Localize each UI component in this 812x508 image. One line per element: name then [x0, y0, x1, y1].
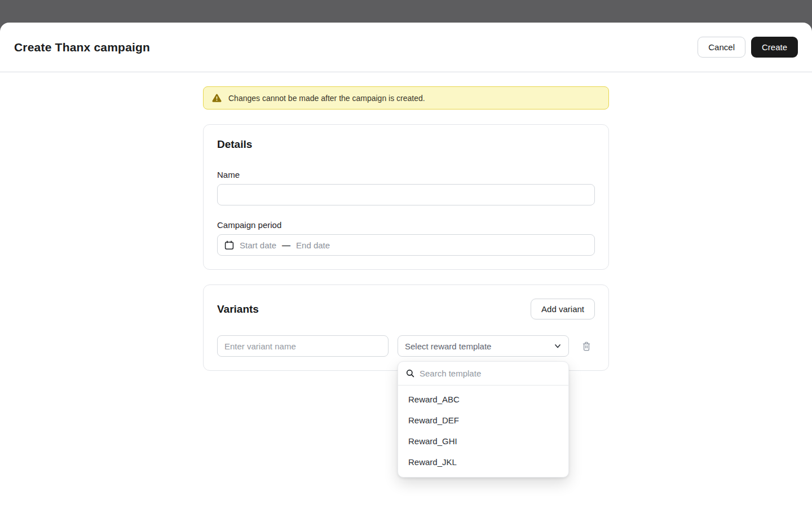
details-title: Details	[217, 138, 595, 151]
add-variant-button[interactable]: Add variant	[531, 299, 595, 319]
create-campaign-modal: Create Thanx campaign Cancel Create Chan…	[0, 23, 812, 508]
variants-title: Variants	[217, 303, 259, 316]
calendar-icon	[224, 240, 234, 250]
variant-name-input[interactable]	[217, 335, 389, 357]
warning-banner-text: Changes cannot be made after the campaig…	[228, 94, 425, 103]
page-title: Create Thanx campaign	[14, 41, 150, 54]
modal-header: Create Thanx campaign Cancel Create	[0, 23, 812, 72]
dropdown-option-reward-def[interactable]: Reward_DEF	[398, 410, 568, 431]
template-search-input[interactable]	[420, 369, 561, 378]
dropdown-option-reward-jkl[interactable]: Reward_JKL	[398, 452, 568, 472]
end-date-placeholder[interactable]: End date	[296, 240, 330, 250]
modal-content: Changes cannot be made after the campaig…	[203, 72, 609, 371]
name-field-group: Name	[217, 170, 595, 205]
search-icon	[406, 369, 414, 378]
cancel-button[interactable]: Cancel	[698, 37, 745, 58]
reward-template-select[interactable]: Select reward template	[398, 335, 569, 357]
reward-template-select-value: Select reward template	[405, 341, 491, 351]
trash-icon	[581, 341, 592, 352]
warning-triangle-icon	[212, 94, 222, 102]
date-separator: —	[282, 240, 290, 250]
reward-template-select-wrap: Select reward template	[398, 335, 569, 357]
name-label: Name	[217, 170, 595, 179]
variant-row: Select reward template	[217, 335, 595, 357]
create-button[interactable]: Create	[751, 37, 798, 58]
period-field-group: Campaign period Start date — End date	[217, 220, 595, 256]
start-date-placeholder[interactable]: Start date	[240, 240, 276, 250]
header-actions: Cancel Create	[698, 37, 798, 58]
delete-variant-button[interactable]	[580, 340, 593, 353]
details-card: Details Name Campaign period Start date …	[203, 124, 609, 270]
dropdown-search-row	[398, 362, 568, 386]
campaign-period-label: Campaign period	[217, 220, 595, 230]
reward-template-dropdown: Reward_ABC Reward_DEF Reward_GHI Reward_…	[398, 361, 569, 478]
warning-banner: Changes cannot be made after the campaig…	[203, 86, 609, 110]
campaign-name-input[interactable]	[217, 184, 595, 205]
dropdown-option-reward-abc[interactable]: Reward_ABC	[398, 389, 568, 410]
dropdown-option-reward-ghi[interactable]: Reward_GHI	[398, 431, 568, 452]
variants-header: Variants Add variant	[217, 299, 595, 319]
dropdown-option-list: Reward_ABC Reward_DEF Reward_GHI Reward_…	[398, 386, 568, 477]
date-range-field[interactable]: Start date — End date	[217, 234, 595, 256]
chevron-down-icon	[554, 342, 562, 350]
variants-card: Variants Add variant Select reward templ…	[203, 284, 609, 371]
